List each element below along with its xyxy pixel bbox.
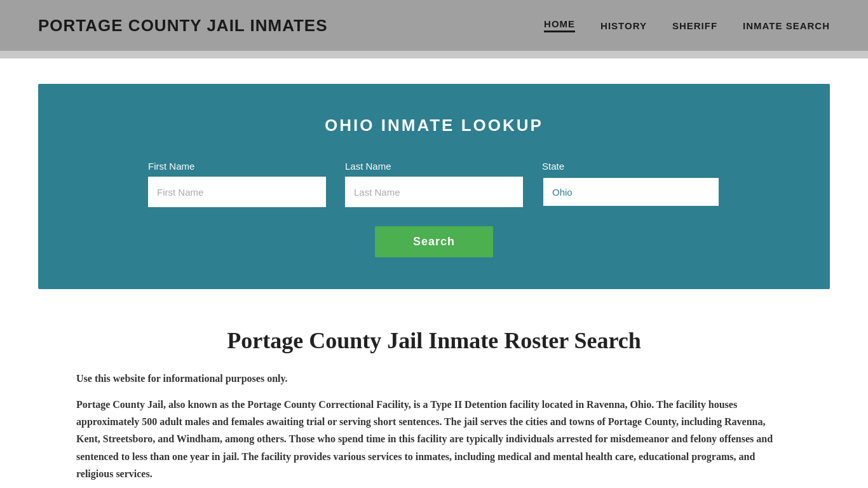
first-name-group: First Name: [148, 161, 326, 207]
search-section-title: OHIO INMATE LOOKUP: [76, 116, 792, 135]
nav-history[interactable]: HISTORY: [600, 20, 647, 31]
first-name-label: First Name: [148, 161, 326, 172]
nav-inmate-search[interactable]: INMATE SEARCH: [743, 20, 830, 31]
search-section: OHIO INMATE LOOKUP First Name Last Name …: [38, 84, 830, 289]
nav-home[interactable]: HOME: [544, 18, 575, 32]
subheader-divider: [0, 51, 868, 58]
first-name-input[interactable]: [148, 177, 326, 207]
last-name-group: Last Name: [345, 161, 523, 207]
state-input[interactable]: [542, 177, 720, 207]
site-header: PORTAGE COUNTY JAIL INMATES HOME HISTORY…: [0, 0, 868, 51]
main-nav: HOME HISTORY SHERIFF INMATE SEARCH: [544, 18, 830, 32]
last-name-label: Last Name: [345, 161, 523, 172]
state-group: State: [542, 161, 720, 207]
nav-sheriff[interactable]: SHERIFF: [672, 20, 717, 31]
disclaimer-text: Use this website for informational purpo…: [76, 373, 792, 384]
search-form-row: First Name Last Name State: [76, 161, 792, 207]
main-content: Portage County Jail Inmate Roster Search…: [0, 315, 868, 488]
description-text: Portage County Jail, also known as the P…: [76, 396, 792, 482]
last-name-input[interactable]: [345, 177, 523, 207]
page-heading: Portage County Jail Inmate Roster Search: [76, 327, 792, 354]
state-label: State: [542, 161, 720, 172]
search-button[interactable]: Search: [375, 226, 493, 257]
search-button-row: Search: [76, 226, 792, 257]
site-title: PORTAGE COUNTY JAIL INMATES: [38, 16, 328, 36]
